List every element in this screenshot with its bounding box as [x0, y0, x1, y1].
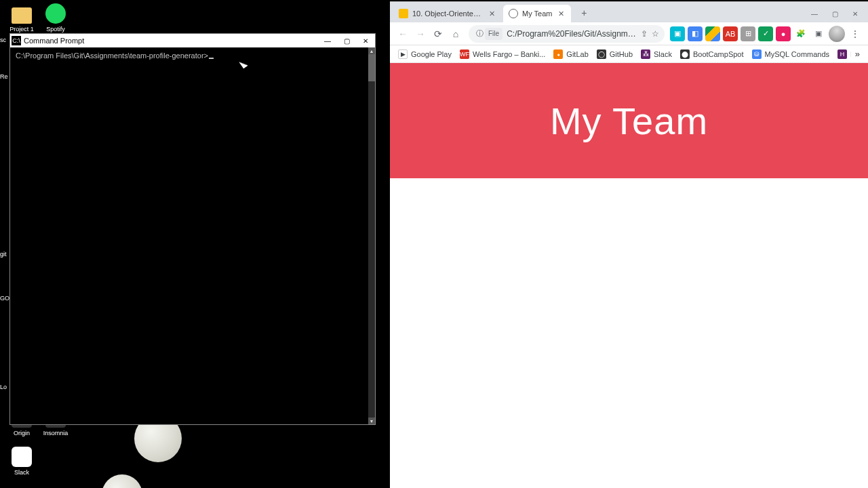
ext5-icon[interactable]: ⊞ [741, 26, 755, 41]
desktop-icon-label-clipped: sc [0, 37, 6, 43]
wallpaper-moon [102, 474, 142, 488]
tab-label: 10. Object-Oriented Programmi [412, 9, 483, 18]
browser-tab-strip: 10. Object-Oriented Programmi✕My Team✕ +… [390, 2, 868, 22]
browser-maximize-button[interactable]: ▢ [825, 6, 845, 21]
chrome-menu-button[interactable]: ⋮ [846, 25, 864, 43]
bookmark-favicon-icon: ⁂ [641, 49, 650, 59]
cmd-icon: C:\ [12, 36, 21, 45]
bookmark-item[interactable]: ⁂Slack [637, 47, 676, 62]
desktop-icon-project-1[interactable]: Project 1 [5, 3, 38, 33]
site-info-icon[interactable]: ⓘ [474, 28, 485, 39]
extensions-puzzle-icon[interactable]: 🧩 [793, 26, 808, 41]
address-text: C:/Program%20Files/Git/Assignments/team-… [507, 29, 637, 39]
terminal-prompt: C:\Program Files\Git\Assignments\team-pr… [16, 52, 208, 60]
desktop-icon-label-clipped: git [0, 251, 7, 258]
nav-back-button[interactable]: ← [394, 25, 412, 43]
bookmarks-bar: ▶Google PlayWFWells Fargo – Banki...⬥Git… [390, 45, 868, 63]
grammarly-icon[interactable]: ✓ [758, 26, 773, 41]
browser-viewport: My Team [390, 63, 868, 488]
bookmark-item[interactable]: ⬤BootCampSpot [676, 47, 748, 62]
nav-home-button[interactable]: ⌂ [447, 25, 465, 43]
terminal-body[interactable]: C:\Program Files\Git\Assignments\team-pr… [10, 47, 375, 424]
bookmark-favicon-icon: ⛁ [752, 49, 762, 59]
folder-icon [11, 3, 33, 24]
desktop-icon-label-clipped: Re [0, 73, 8, 80]
file-scheme-chip: File [485, 28, 502, 40]
scroll-down-icon[interactable]: ▼ [368, 418, 375, 424]
bookmark-favicon-icon: ◯ [597, 49, 606, 59]
browser-close-button[interactable]: ✕ [845, 6, 865, 21]
bookmark-label: Wells Fargo – Banki... [473, 50, 545, 58]
chrome-window: 10. Object-Oriented Programmi✕My Team✕ +… [390, 1, 868, 488]
bookmark-label: MySQL Commands [765, 50, 830, 58]
adblock-icon[interactable]: AB [723, 26, 738, 41]
slack-icon: ⁂ [11, 446, 33, 468]
desktop-icon-label: Project 1 [5, 26, 38, 33]
terminal-minimize-button[interactable]: — [318, 34, 337, 47]
scroll-thumb[interactable] [368, 54, 375, 81]
bookmark-item[interactable]: ⬥GitLab [549, 47, 592, 62]
page-header: My Team [390, 63, 868, 178]
bookmark-item[interactable]: HHeroku [833, 47, 851, 62]
terminal-cursor [209, 58, 214, 59]
tab-label: My Team [522, 9, 552, 18]
browser-minimize-button[interactable]: — [804, 6, 825, 21]
new-tab-button[interactable]: + [576, 5, 592, 21]
terminal-scrollbar[interactable]: ▲ ▼ [368, 47, 375, 424]
profile-avatar[interactable] [829, 26, 845, 42]
bookmark-favicon-icon: H [837, 49, 847, 59]
desktop-icon-label-clipped: Lo [0, 384, 7, 390]
bookmark-item[interactable]: WFWells Fargo – Banki... [456, 47, 549, 62]
desktop-icon-label: Origin [5, 430, 38, 436]
ext7-icon[interactable]: ● [776, 26, 791, 41]
browser-window-controls: — ▢ ✕ [804, 5, 865, 22]
desktop-icon-label: Insomnia [39, 430, 72, 436]
nav-forward-button[interactable]: → [412, 25, 429, 43]
bookmark-favicon-icon: WF [460, 49, 469, 59]
desktop-icon-spotify[interactable]: Spotify [39, 3, 72, 33]
bookmark-label: Slack [654, 50, 672, 58]
side-panel-icon[interactable]: ▣ [811, 26, 826, 41]
desktop-icon-label: Slack [5, 469, 38, 476]
desktop-icon-label-clipped: GO [0, 295, 9, 302]
bookmark-label: GitHub [610, 50, 633, 58]
ext2-icon[interactable]: ◧ [688, 26, 703, 41]
share-icon[interactable]: ⇪ [641, 29, 648, 39]
terminal-title: Command Prompt [24, 37, 84, 45]
bookmark-label: Google Play [411, 50, 452, 58]
ext1-icon[interactable]: ▣ [670, 26, 685, 41]
browser-tab[interactable]: My Team✕ [503, 5, 571, 22]
command-prompt-window[interactable]: C:\ Command Prompt — ▢ ✕ C:\Program File… [9, 33, 376, 425]
bookmark-item[interactable]: ▶Google Play [394, 47, 456, 62]
terminal-close-button[interactable]: ✕ [356, 34, 375, 47]
tab-close-button[interactable]: ✕ [487, 9, 496, 18]
desktop-area: Project 1Spotify◆Origin◆Insomnia⁂Slack s… [0, 0, 390, 488]
terminal-maximize-button[interactable]: ▢ [337, 34, 356, 47]
browser-toolbar: ← → ⟳ ⌂ ⓘ File C:/Program%20Files/Git/As… [390, 22, 868, 45]
browser-tab[interactable]: 10. Object-Oriented Programmi✕ [393, 5, 502, 22]
bookmark-label: BootCampSpot [693, 50, 744, 58]
tab-favicon-icon [509, 9, 518, 18]
terminal-titlebar[interactable]: C:\ Command Prompt — ▢ ✕ [10, 34, 375, 47]
nav-reload-button[interactable]: ⟳ [429, 25, 447, 43]
tab-favicon-icon [399, 9, 408, 18]
extensions-area: ▣◧AB⊞✓●🧩▣ [669, 26, 827, 41]
google-drive-icon[interactable] [705, 26, 720, 41]
bookmark-star-icon[interactable]: ☆ [652, 29, 659, 39]
bookmark-favicon-icon: ▶ [398, 49, 408, 59]
spotify-icon [45, 3, 66, 24]
page-title: My Team [550, 99, 708, 143]
address-bar[interactable]: ⓘ File C:/Program%20Files/Git/Assignment… [469, 25, 665, 43]
bookmark-item[interactable]: ⛁MySQL Commands [748, 47, 834, 62]
desktop-icon-slack[interactable]: ⁂Slack [5, 446, 38, 476]
scroll-up-icon[interactable]: ▲ [368, 47, 375, 54]
bookmark-item[interactable]: ◯GitHub [593, 47, 637, 62]
bookmark-label: GitLab [566, 50, 588, 58]
bookmark-favicon-icon: ⬥ [553, 49, 563, 59]
desktop-icon-label: Spotify [39, 26, 72, 33]
bookmarks-overflow-button[interactable]: » [851, 49, 864, 59]
bookmark-favicon-icon: ⬤ [680, 49, 690, 59]
tab-close-button[interactable]: ✕ [556, 9, 566, 18]
